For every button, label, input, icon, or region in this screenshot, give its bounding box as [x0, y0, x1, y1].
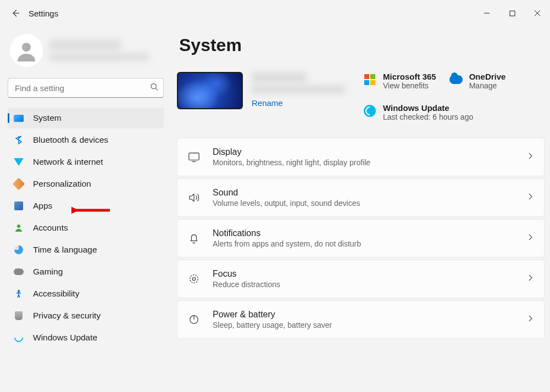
sound-icon — [187, 191, 201, 204]
sidebar-item-apps[interactable]: Apps — [8, 195, 164, 216]
person-icon — [13, 222, 24, 233]
card-display[interactable]: Display Monitors, brightness, night ligh… — [177, 138, 545, 176]
card-sub: Reduce distractions — [213, 280, 520, 289]
onedrive-icon — [449, 73, 463, 86]
quick-sub: View benefits — [383, 81, 436, 90]
sidebar-item-label: Apps — [33, 201, 52, 211]
card-focus[interactable]: Focus Reduce distractions — [177, 260, 545, 298]
profile-name — [49, 40, 121, 50]
maximize-button[interactable] — [499, 2, 525, 24]
chevron-right-icon — [526, 315, 534, 324]
quick-title: Microsoft 365 — [383, 72, 436, 81]
sidebar: System Bluetooth & devices Network & int… — [0, 26, 170, 392]
profile-info — [49, 40, 148, 61]
sidebar-item-network[interactable]: Network & internet — [8, 152, 164, 172]
system-icon — [13, 113, 24, 124]
quick-link-onedrive[interactable]: OneDrive Manage — [449, 72, 506, 90]
rename-link[interactable]: Rename — [252, 98, 283, 108]
windows-update-icon — [363, 104, 376, 117]
sidebar-item-privacy[interactable]: Privacy & security — [8, 305, 164, 326]
shield-icon — [13, 310, 24, 321]
profile-email — [49, 53, 148, 61]
avatar — [10, 34, 43, 67]
card-title: Sound — [213, 188, 520, 198]
quick-link-windows-update[interactable]: Windows Update Last checked: 6 hours ago — [363, 103, 545, 121]
sidebar-item-label: Time & language — [33, 245, 97, 255]
card-power[interactable]: Power & battery Sleep, battery usage, ba… — [177, 300, 545, 339]
apps-icon — [13, 200, 24, 211]
svg-rect-5 — [189, 153, 199, 160]
card-sub: Monitors, brightness, night light, displ… — [213, 158, 520, 167]
sidebar-item-accessibility[interactable]: Accessibility — [8, 283, 164, 304]
search-container — [8, 78, 164, 98]
card-sub: Sleep, battery usage, battery saver — [213, 321, 520, 329]
sidebar-item-personalization[interactable]: Personalization — [8, 173, 164, 194]
sidebar-item-accounts[interactable]: Accounts — [8, 217, 164, 238]
sidebar-item-label: Accessibility — [33, 289, 79, 299]
sidebar-item-gaming[interactable]: Gaming — [8, 261, 164, 282]
page-title: System — [179, 35, 545, 55]
bell-icon — [187, 232, 201, 245]
quick-link-m365[interactable]: Microsoft 365 View benefits — [363, 72, 436, 90]
device-thumbnail[interactable] — [177, 72, 243, 109]
accessibility-icon — [13, 288, 24, 299]
sidebar-item-label: Personalization — [33, 179, 91, 189]
sidebar-item-label: Network & internet — [33, 157, 103, 167]
card-sub: Alerts from apps and system, do not dist… — [213, 239, 520, 248]
settings-list: Display Monitors, brightness, night ligh… — [177, 138, 545, 339]
sidebar-item-label: System — [33, 113, 62, 123]
gamepad-icon — [13, 266, 24, 277]
device-name — [252, 72, 307, 83]
sidebar-item-bluetooth[interactable]: Bluetooth & devices — [8, 130, 164, 150]
card-sub: Volume levels, output, input, sound devi… — [213, 199, 520, 208]
chevron-right-icon — [526, 152, 534, 162]
svg-rect-0 — [510, 11, 515, 16]
device-row: Rename Microsoft 365 View benefits OneDr… — [177, 72, 545, 121]
display-icon — [187, 150, 201, 164]
card-title: Power & battery — [213, 310, 520, 320]
quick-links: Microsoft 365 View benefits OneDrive Man… — [363, 72, 545, 121]
microsoft-365-icon — [363, 73, 376, 86]
chevron-right-icon — [526, 193, 534, 203]
device-description — [252, 85, 345, 94]
card-title: Notifications — [213, 228, 520, 238]
quick-title: Windows Update — [383, 103, 473, 113]
titlebar: Settings — [0, 0, 550, 26]
wifi-icon — [13, 156, 24, 167]
sidebar-item-windows-update[interactable]: Windows Update — [8, 327, 164, 348]
focus-icon — [187, 272, 201, 285]
back-button[interactable] — [4, 2, 26, 24]
minimize-button[interactable] — [474, 2, 499, 24]
sidebar-item-label: Windows Update — [33, 333, 97, 343]
main-content: System Rename Microsoft 365 View benefit… — [170, 26, 550, 392]
window-controls — [474, 2, 550, 24]
chevron-right-icon — [526, 274, 534, 284]
sidebar-item-label: Gaming — [33, 267, 63, 277]
update-icon — [13, 332, 24, 343]
user-profile[interactable] — [8, 32, 164, 69]
device-info: Rename — [252, 72, 351, 108]
quick-sub: Manage — [469, 81, 506, 90]
svg-point-1 — [22, 43, 31, 52]
brush-icon — [13, 178, 24, 189]
sidebar-item-time-language[interactable]: Time & language — [8, 239, 164, 260]
card-title: Display — [213, 147, 520, 157]
close-button[interactable] — [525, 2, 550, 24]
chevron-right-icon — [526, 233, 534, 243]
sidebar-item-label: Bluetooth & devices — [33, 135, 108, 145]
sidebar-item-label: Accounts — [33, 223, 68, 233]
power-icon — [187, 313, 201, 326]
svg-point-7 — [192, 277, 196, 281]
bluetooth-icon — [13, 135, 24, 145]
card-title: Focus — [213, 269, 520, 279]
card-sound[interactable]: Sound Volume levels, output, input, soun… — [177, 178, 545, 217]
card-notifications[interactable]: Notifications Alerts from apps and syste… — [177, 219, 545, 257]
svg-point-4 — [18, 290, 20, 292]
svg-point-6 — [190, 275, 198, 283]
nav-list: System Bluetooth & devices Network & int… — [8, 108, 164, 348]
search-input[interactable] — [8, 78, 164, 98]
svg-point-3 — [17, 225, 20, 228]
app-title: Settings — [29, 9, 58, 18]
quick-title: OneDrive — [469, 72, 506, 81]
sidebar-item-system[interactable]: System — [8, 108, 164, 128]
